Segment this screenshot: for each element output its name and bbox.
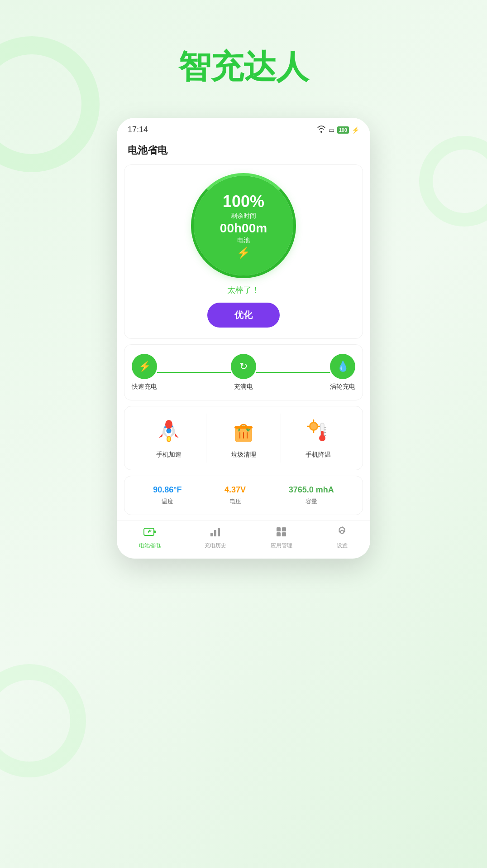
battery-icon: 100	[337, 126, 349, 134]
battery-percent: 100%	[223, 192, 264, 211]
battery-circle: 100% 剩余时间 00h00m 电池 ⚡	[194, 176, 293, 275]
svg-rect-31	[218, 528, 220, 536]
status-time: 17:14	[128, 125, 148, 135]
status-bar: 17:14 ▭ 100 ⚡	[117, 118, 370, 138]
full-charge-icon: ↻	[239, 361, 248, 372]
status-icons: ▭ 100 ⚡	[317, 125, 359, 135]
sim-icon: ▭	[329, 126, 334, 134]
clean-label: 垃圾清理	[231, 451, 256, 459]
capacity-label: 容量	[306, 497, 317, 506]
bg-decoration-3	[419, 136, 487, 227]
tool-item-cool[interactable]: 手机降温	[281, 414, 355, 463]
svg-point-1	[165, 420, 172, 429]
settings-icon	[336, 526, 348, 540]
nav-battery-save[interactable]: 电池省电	[139, 526, 161, 550]
nav-charge-history[interactable]: 充电历史	[205, 526, 226, 550]
rocket-icon	[155, 418, 182, 445]
svg-rect-32	[277, 527, 281, 531]
usb-icon: ⚡	[237, 246, 250, 259]
nav-apps-label: 应用管理	[271, 542, 292, 550]
nav-settings-label: 设置	[337, 542, 348, 550]
nav-settings[interactable]: 设置	[336, 526, 348, 550]
cool-label: 手机降温	[306, 451, 331, 459]
bar-chart-icon	[210, 526, 221, 540]
clean-icon-wrap	[229, 417, 258, 446]
svg-rect-33	[282, 527, 286, 531]
svg-point-5	[164, 426, 166, 428]
mode-item-full-charge[interactable]: ↻ 充满电	[231, 354, 256, 391]
fast-charge-circle: ⚡	[132, 354, 157, 379]
nav-battery-label: 电池省电	[139, 542, 161, 550]
mode-item-fast-charge[interactable]: ⚡ 快速充电	[132, 354, 157, 391]
turbo-icon: 💧	[337, 361, 349, 372]
svg-point-4	[167, 437, 170, 441]
mode-item-turbo[interactable]: 💧 涡轮充电	[330, 354, 355, 391]
phone-frame: 17:14 ▭ 100 ⚡ 电池省电 100% 剩余时间 00h00m 电池 ⚡	[117, 118, 370, 559]
cool-icon-wrap	[304, 417, 333, 446]
bolt-icon: ⚡	[352, 126, 359, 134]
svg-rect-28	[154, 530, 156, 533]
voltage-value: 4.37V	[224, 485, 246, 495]
trash-icon	[230, 418, 257, 445]
fast-charge-label: 快速充电	[132, 383, 157, 391]
tool-item-clean[interactable]: 垃圾清理	[206, 414, 281, 463]
stats-card: 90.86°F 温度 4.37V 电压 3765.0 mhA 容量	[124, 476, 363, 515]
temperature-label: 温度	[162, 497, 173, 506]
page-title: 电池省电	[128, 145, 167, 156]
stat-temperature: 90.86°F 温度	[153, 485, 181, 506]
stat-voltage: 4.37V 电压	[224, 485, 246, 506]
svg-point-6	[172, 426, 173, 427]
battery-main-card: 100% 剩余时间 00h00m 电池 ⚡ 太棒了！ 优化	[124, 164, 363, 339]
svg-point-22	[319, 435, 325, 441]
full-charge-label: 充满电	[234, 383, 253, 391]
bg-decoration-1	[0, 36, 100, 172]
svg-rect-30	[214, 530, 216, 536]
wifi-icon	[317, 125, 326, 135]
svg-rect-35	[282, 532, 286, 536]
tool-item-accelerate[interactable]: 手机加速	[132, 414, 206, 463]
turbo-circle: 💧	[330, 354, 355, 379]
remaining-time: 00h00m	[220, 221, 267, 236]
bg-decoration-2	[0, 664, 86, 777]
mode-line-1	[157, 372, 231, 373]
optimize-button[interactable]: 优化	[207, 303, 280, 328]
status-text: 太棒了！	[227, 285, 260, 295]
charging-modes: ⚡ 快速充电 ↻ 充满电 💧 涡轮充电	[132, 354, 355, 391]
full-charge-circle: ↻	[231, 354, 256, 379]
battery-charging-icon	[143, 526, 156, 540]
accelerate-icon-wrap	[154, 417, 183, 446]
bottom-nav: 电池省电 充电历史 应用管理	[117, 521, 370, 559]
tools-card: 手机加速	[124, 406, 363, 470]
app-title: 智充达人	[178, 45, 309, 89]
thermometer-icon	[305, 418, 332, 445]
temperature-value: 90.86°F	[153, 485, 181, 495]
remaining-label: 剩余时间	[231, 212, 256, 220]
grid-icon	[276, 526, 287, 540]
mode-line-2	[256, 372, 330, 373]
battery-label: 电池	[237, 236, 250, 245]
capacity-value: 3765.0 mhA	[289, 485, 334, 495]
svg-point-2	[167, 429, 171, 433]
accelerate-label: 手机加速	[156, 451, 181, 459]
page-header: 电池省电	[117, 138, 370, 164]
stat-capacity: 3765.0 mhA 容量	[289, 485, 334, 506]
svg-rect-34	[277, 532, 281, 536]
charging-modes-card: ⚡ 快速充电 ↻ 充满电 💧 涡轮充电	[124, 344, 363, 400]
turbo-label: 涡轮充电	[330, 383, 355, 391]
nav-app-management[interactable]: 应用管理	[271, 526, 292, 550]
nav-history-label: 充电历史	[205, 542, 226, 550]
svg-rect-29	[210, 533, 213, 536]
svg-rect-12	[234, 426, 253, 429]
svg-point-14	[310, 423, 317, 429]
fast-charge-icon: ⚡	[138, 361, 151, 372]
voltage-label: 电压	[229, 497, 241, 506]
